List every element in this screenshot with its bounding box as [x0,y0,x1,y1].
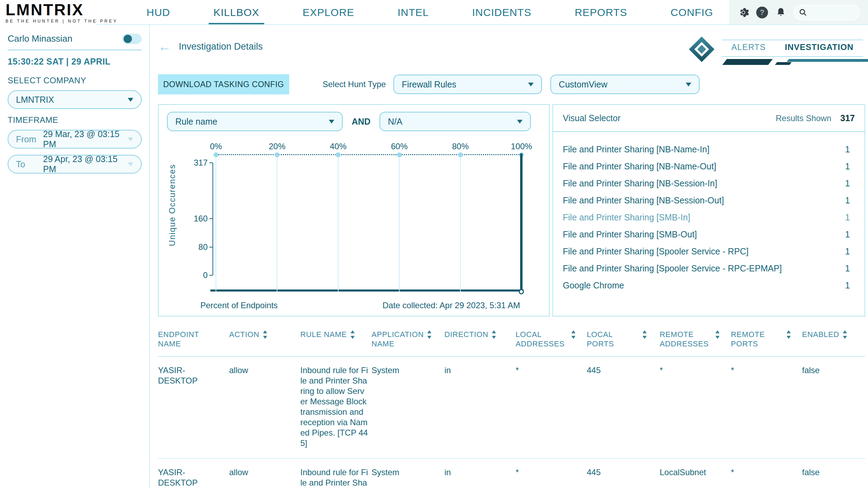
hunt-type-select[interactable]: Firewall Rules [393,75,542,94]
list-item-count: 1 [845,246,855,256]
sort-icon[interactable] [786,330,791,341]
sort-icon[interactable] [715,330,720,341]
chevron-down-icon [128,137,133,141]
table-header-cell[interactable]: ENABLED [802,330,865,348]
controls-row: DOWNLOAD TASKING CONFIG Select Hunt Type… [158,74,865,94]
nav-item[interactable]: EXPLORE [303,0,354,25]
sort-icon[interactable] [642,330,647,341]
from-value: 29 Mar, 23 @ 03:15 PM [43,129,128,149]
table-header-cell[interactable]: ENDPOINT NAME [158,330,229,348]
cell-direction: in [444,365,516,448]
from-label: From [16,134,43,144]
list-item[interactable]: File and Printer Sharing [NB-Name-Out] 1 [563,158,855,175]
app-root: LMNTRIX BE THE HUNTER | NOT THE PREY HUD… [0,0,868,488]
nav-item[interactable]: REPORTS [575,0,627,25]
filter-value-select[interactable]: N/A [379,112,531,131]
column-label: RULE NAME [300,330,347,339]
gridline [277,155,277,292]
tab[interactable]: INVESTIGATION [785,42,854,52]
cell-local-ports: 445 [587,467,660,488]
table-header-cell[interactable]: RULE NAME [300,330,372,348]
table-header-cell[interactable]: REMOTE ADDRESSES [660,330,731,348]
gridline [460,155,461,292]
search-input[interactable] [794,5,860,20]
table-row[interactable]: YASIR-DESKTOP allow Inbound rule for Fil… [158,459,865,488]
table-header-cell[interactable]: REMOTE PORTS [731,330,802,348]
nav-item[interactable]: INCIDENTS [472,0,532,25]
gridline [338,155,339,292]
nav-item[interactable]: INTEL [398,0,429,25]
notifications-bell-icon[interactable] [775,7,787,18]
filter-value-value: N/A [388,117,517,127]
list-item-label: File and Printer Sharing [NB-Session-Out… [563,195,724,205]
list-item-count: 1 [845,280,855,291]
list-item-label: File and Printer Sharing [Spooler Servic… [563,246,749,256]
column-label: ENDPOINT NAME [158,330,210,348]
brand-logo[interactable]: LMNTRIX BE THE HUNTER | NOT THE PREY [6,2,142,24]
sort-icon[interactable] [427,330,432,341]
table-header-cell[interactable]: DIRECTION [444,330,516,348]
table-header-cell[interactable]: APPLICATION NAME [372,330,444,348]
cell-remote-ports: * [731,365,802,448]
list-item[interactable]: File and Printer Sharing [563,134,855,141]
table-row[interactable]: YASIR-DESKTOP allow Inbound rule for Fil… [158,357,865,459]
tab[interactable]: ALERTS [732,42,766,52]
data-point [519,289,524,294]
sort-icon[interactable] [492,330,496,341]
company-select[interactable]: LMNTRIX [8,90,142,109]
list-item[interactable]: File and Printer Sharing [NB-Session-In]… [563,175,855,192]
cell-remote-addresses: * [660,365,731,448]
tabs-top-line [722,40,863,40]
filter-field-select[interactable]: Rule name [167,112,343,131]
nav-item[interactable]: CONFIG [670,0,713,25]
chart-captions: Percent of Endpoints Date collected: Apr… [200,301,520,310]
timeframe-from-input[interactable]: From 29 Mar, 23 @ 03:15 PM [8,130,142,149]
user-toggle[interactable] [122,34,142,44]
list-item-count: 1 [845,161,855,171]
sort-icon[interactable] [263,330,267,341]
view-select[interactable]: CustomView [550,75,700,94]
plot-area[interactable] [216,154,521,286]
tab-labels: ALERTS INVESTIGATION [722,42,863,52]
column-label: LOCAL PORTS [587,330,639,348]
cell-application-name: System [372,467,444,488]
user-row: Carlo Minassian [8,33,142,44]
cell-rule-name: Inbound rule for File and Printer Sharin… [300,467,372,488]
list-item-label: File and Printer Sharing [SMB-In] [563,212,690,222]
help-icon[interactable]: ? [756,7,768,18]
list-item[interactable]: File and Printer Sharing [Spooler Servic… [563,243,855,260]
table-header-cell[interactable]: LOCAL PORTS [587,330,660,348]
list-item[interactable]: File and Printer Sharing [NB-Name-In] 1 [563,141,855,158]
scatter-chart: 0%20%40%60%80%100% 317160800 Unique Occu… [216,142,521,286]
table-header-row: ENDPOINT NAME ACTION RULE NAME [158,330,865,357]
column-label: DIRECTION [444,330,488,339]
download-tasking-config-button[interactable]: DOWNLOAD TASKING CONFIG [158,74,289,94]
to-value: 29 Apr, 23 @ 03:15 PM [43,154,128,174]
nav-item[interactable]: KILLBOX [214,0,259,25]
visual-selector-header: Visual Selector Results Shown 317 [563,105,855,131]
y-tick: 317 [194,158,213,168]
sort-icon[interactable] [843,330,847,341]
settings-gear-icon[interactable] [737,7,749,18]
select-company-label: SELECT COMPANY [8,76,142,85]
x-tick-dot [275,152,279,157]
sort-icon[interactable] [571,330,576,341]
page-title: Investigation Details [179,41,263,52]
sort-icon[interactable] [350,330,355,341]
visual-selector-title: Visual Selector [563,113,620,123]
list-item[interactable]: File and Printer Sharing [SMB-In] 1 [563,209,855,226]
table-header-cell[interactable]: LOCAL ADDRESSES [516,330,587,348]
table-header-cell[interactable]: ACTION [229,330,300,348]
x-tick-label: 100% [511,142,532,151]
chevron-down-icon [128,162,133,166]
list-item[interactable]: File and Printer Sharing [NB-Session-Out… [563,192,855,209]
list-item[interactable]: Google Chrome 1 [563,277,855,294]
back-arrow-icon[interactable]: ← [158,40,171,53]
timeframe-to-input[interactable]: To 29 Apr, 23 @ 03:15 PM [8,155,142,174]
results-table: ENDPOINT NAME ACTION RULE NAME [158,330,865,488]
nav-item[interactable]: HUD [147,0,170,25]
x-axis-title: Percent of Endpoints [200,301,278,310]
list-item[interactable]: File and Printer Sharing [SMB-Out] 1 [563,226,855,243]
chart-panel: Rule name AND N/A 0%20%40%60%80%100% [158,104,550,317]
list-item[interactable]: File and Printer Sharing [Spooler Servic… [563,260,855,277]
